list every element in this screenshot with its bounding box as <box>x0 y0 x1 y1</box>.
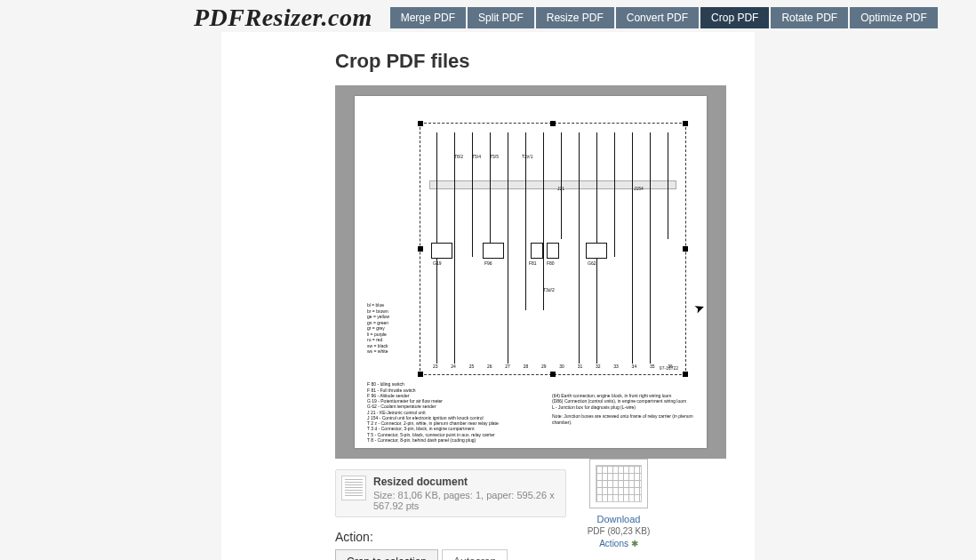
brand-logo[interactable]: PDFResizer.com <box>194 4 372 32</box>
page-title: Crop PDF files <box>335 50 737 73</box>
crop-handle-tr[interactable] <box>683 121 688 126</box>
action-row: Crop to selection Autocrop <box>335 549 737 560</box>
crop-handle-mr[interactable] <box>683 246 688 252</box>
document-info-panel: Resized document Size: 81,06 KB, pages: … <box>335 469 566 517</box>
document-thumb-icon <box>341 476 366 500</box>
crop-handle-ml[interactable] <box>418 246 423 252</box>
color-legend: bl = blue br = brown ge = yellow gn = gr… <box>367 302 389 355</box>
nav-convert[interactable]: Convert PDF <box>616 7 699 28</box>
nav-optimize[interactable]: Optimize PDF <box>850 7 938 28</box>
output-thumbnail[interactable] <box>589 459 648 508</box>
main-nav: Merge PDF Split PDF Resize PDF Convert P… <box>390 7 938 28</box>
nav-split[interactable]: Split PDF <box>468 7 534 28</box>
crop-handle-bm[interactable] <box>550 372 556 377</box>
crop-handle-tl[interactable] <box>418 121 423 126</box>
crop-handle-tm[interactable] <box>550 121 556 126</box>
component-footnotes-left: F 80 - Idling switch F 81 - Full throttl… <box>367 381 545 443</box>
download-panel: Download PDF (80,23 KB) Actions ✱ <box>574 459 663 548</box>
nav-rotate[interactable]: Rotate PDF <box>771 7 848 28</box>
download-actions[interactable]: Actions ✱ <box>574 539 663 548</box>
top-bar: PDFResizer.com Merge PDF Split PDF Resiz… <box>0 0 976 32</box>
download-link[interactable]: Download <box>574 514 663 524</box>
crop-selection-rect[interactable]: T8/2 T5/4 T5/5 T2z/1 J21 J154 G19 F96 F8… <box>420 123 686 375</box>
download-meta: PDF (80,23 KB) <box>574 526 663 536</box>
page-container: Crop PDF files bl = blue br = brown ge =… <box>221 32 755 560</box>
nav-merge[interactable]: Merge PDF <box>390 7 466 28</box>
crop-handle-br[interactable] <box>683 372 688 377</box>
document-title: Resized document <box>373 476 558 488</box>
document-meta: Size: 81,06 KB, pages: 1, paper: 595.26 … <box>373 490 558 511</box>
autocrop-button[interactable]: Autocrop <box>442 549 508 560</box>
pdf-preview-canvas[interactable]: bl = blue br = brown ge = yellow gn = gr… <box>335 85 726 459</box>
nav-resize[interactable]: Resize PDF <box>536 7 614 28</box>
crop-handle-bl[interactable] <box>418 372 423 377</box>
component-footnotes-right: (64) Earth connection, engine block, in … <box>552 393 694 426</box>
wiring-schematic: T8/2 T5/4 T5/5 T2z/1 J21 J154 G19 F96 F8… <box>424 127 682 371</box>
gear-icon: ✱ <box>631 539 638 548</box>
crop-to-selection-button[interactable]: Crop to selection <box>335 549 438 560</box>
action-label: Action: <box>335 530 737 544</box>
nav-crop[interactable]: Crop PDF <box>700 7 769 28</box>
